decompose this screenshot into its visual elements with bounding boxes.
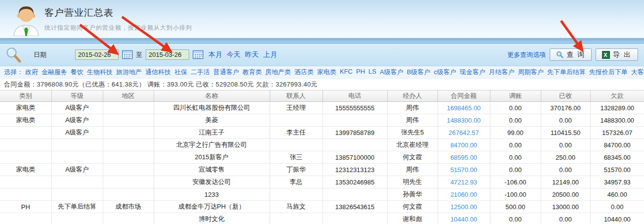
- date-to-input[interactable]: [146, 49, 189, 60]
- date-from-calendar-icon[interactable]: [122, 50, 133, 59]
- cell-adjustment: 0.00: [490, 151, 541, 164]
- category-link[interactable]: B级客户: [407, 68, 431, 77]
- cell-contract-amount[interactable]: 10440.00: [438, 213, 490, 224]
- column-header[interactable]: 经办人: [387, 90, 438, 102]
- cell-contract-amount[interactable]: 51570.00: [438, 164, 490, 176]
- column-header[interactable]: 类别: [0, 90, 51, 102]
- cell-contract-amount[interactable]: 12500.00: [438, 201, 490, 213]
- quick-date-link[interactable]: 今天: [227, 50, 241, 59]
- category-link[interactable]: 社保: [174, 68, 187, 77]
- cell-contract-amount[interactable]: 1488300.00: [438, 114, 490, 127]
- cell-phone: [322, 188, 387, 201]
- category-link[interactable]: LS: [368, 68, 376, 77]
- cell-contract-amount[interactable]: 84700.00: [438, 139, 490, 151]
- cell-contract-amount[interactable]: 1698465.00: [438, 102, 490, 114]
- table-row[interactable]: 家电类 A级客户 美菱 周伟 1488300.00 0.00 0.00 1488…: [0, 114, 644, 127]
- table-row[interactable]: 家电类 A级客户 四川长虹电器股份有限公司 王经理 15555555555 周伟…: [0, 102, 644, 114]
- category-link[interactable]: 金融服务: [41, 68, 67, 77]
- cell-received: 0.00: [541, 164, 590, 176]
- table-row[interactable]: 2015新客户 张三 13857100000 何文霞 68595.00 0.00…: [0, 151, 644, 164]
- column-header[interactable]: 电话: [322, 90, 387, 102]
- table-row[interactable]: 北京宇之行广告有限公司 北京崔经理 84700.00 0.00 0.00 847…: [0, 139, 644, 151]
- table-row[interactable]: A级客户 江南王子 李主任 13997858789 张先生5 267642.57…: [0, 127, 644, 139]
- cell-handler: 周伟: [387, 114, 438, 127]
- category-link[interactable]: c级客户: [434, 68, 456, 77]
- more-query-options-link[interactable]: 更多查询选项: [507, 50, 546, 59]
- category-link[interactable]: 餐饮: [71, 68, 83, 77]
- cell-adjustment: 0.00: [490, 164, 541, 176]
- cell-region: [103, 188, 154, 201]
- cell-region: [103, 176, 154, 188]
- category-link[interactable]: 月结客户: [489, 68, 515, 77]
- cell-received: 370176.00: [541, 102, 590, 114]
- cell-category: [0, 127, 51, 139]
- category-link[interactable]: A级客户: [380, 68, 403, 77]
- cell-adjustment: -100.00: [490, 188, 541, 201]
- table-row[interactable]: 家电类 A级客户 宣城零售 丁振华 12312313123 周伟 51570.0…: [0, 164, 644, 176]
- cell-handler: 周伟: [387, 102, 438, 114]
- quick-date-link[interactable]: 本月: [208, 50, 222, 59]
- cell-region: 成都市场: [103, 201, 154, 213]
- cell-level: [51, 176, 103, 188]
- category-links: 政府金融服务餐饮生物科技旅游地产通信科技社保二手活普通客户教育类房地产类酒店类家…: [25, 68, 644, 77]
- cell-contract-amount[interactable]: 21060.00: [438, 188, 490, 201]
- cell-adjustment: 0.00: [490, 102, 541, 114]
- cell-region: [103, 102, 154, 114]
- cell-contact: 王经理: [270, 102, 322, 114]
- category-link[interactable]: 普通客户: [213, 68, 239, 77]
- quick-date-links: 本月今天昨天上月: [208, 50, 277, 59]
- category-link[interactable]: 教育类: [242, 68, 262, 77]
- table-row[interactable]: 博时文化 谢和彪 10440.00 0.00 0.00 10440.00: [0, 213, 644, 224]
- category-link[interactable]: 酒店类: [294, 68, 314, 77]
- category-link[interactable]: 生物科技: [87, 68, 113, 77]
- date-from-input[interactable]: [75, 49, 119, 60]
- column-header[interactable]: 名称: [154, 90, 270, 102]
- cell-contract-amount[interactable]: 68595.00: [438, 151, 490, 164]
- toolbar-right-group: 更多查询选项 查 询 X 导 出: [507, 48, 638, 61]
- column-header[interactable]: 合同金额: [438, 90, 490, 102]
- page-header: 客户营业汇总表 统计指定期间客户的营业额，按营业额从大到小排列: [0, 0, 644, 37]
- category-link[interactable]: KFC: [340, 68, 353, 77]
- category-filter-row: 选择： 政府金融服务餐饮生物科技旅游地产通信科技社保二手活普通客户教育类房地产类…: [0, 66, 644, 79]
- category-link[interactable]: 政府: [25, 68, 38, 77]
- category-link[interactable]: 家电类: [317, 68, 336, 77]
- date-to-calendar-icon[interactable]: [193, 50, 203, 59]
- column-header[interactable]: 联系人: [270, 90, 322, 102]
- category-link[interactable]: 二手活: [191, 68, 210, 77]
- category-link[interactable]: 大客户（关系）: [631, 68, 644, 77]
- cell-contact: [270, 213, 322, 224]
- cell-contract-amount[interactable]: 267642.57: [438, 127, 490, 139]
- cell-adjustment: 0.00: [490, 213, 541, 224]
- column-header[interactable]: 地区: [103, 90, 154, 102]
- cell-customer-name: 1233: [154, 188, 270, 201]
- export-button[interactable]: X 导 出: [596, 48, 638, 61]
- category-link[interactable]: 现金客户: [460, 68, 485, 77]
- quick-date-link[interactable]: 昨天: [245, 50, 259, 59]
- cell-handler: 孙善华: [387, 188, 438, 201]
- cell-received: 12149.00: [541, 176, 590, 188]
- category-link[interactable]: 通信科技: [145, 68, 171, 77]
- table-row[interactable]: PH 先下单后结算 成都市场 成都金牛万达PH（新） 马旌文 138265436…: [0, 201, 644, 213]
- cell-category: PH: [0, 201, 51, 213]
- category-link[interactable]: PH: [356, 68, 365, 77]
- category-link[interactable]: 先下单后结算: [547, 68, 586, 77]
- cell-phone: 13530246985: [322, 176, 387, 188]
- totals-text: 合同金额：3796808.90元（已优惠：641.38元） 调账：393.00元…: [4, 80, 318, 89]
- category-link[interactable]: 先报价后下单: [589, 68, 628, 77]
- cell-contact: 丁振华: [270, 164, 322, 176]
- table-row[interactable]: 1233 孙善华 21060.00 -100.00 20500.00 460.0…: [0, 188, 644, 201]
- query-button[interactable]: 查 询: [550, 48, 592, 61]
- cell-contract-amount[interactable]: 47212.93: [438, 176, 490, 188]
- quick-date-link[interactable]: 上月: [263, 50, 277, 59]
- category-link[interactable]: 周期客户: [518, 68, 544, 77]
- table-row[interactable]: 安徽发达公司 李总 13530246985 明先生 47212.93 -106.…: [0, 176, 644, 188]
- column-header[interactable]: 欠款: [590, 90, 644, 102]
- cell-owed: 0.00: [590, 201, 644, 213]
- category-link[interactable]: 旅游地产: [116, 68, 142, 77]
- column-header[interactable]: 已收: [541, 90, 590, 102]
- category-link[interactable]: 房地产类: [265, 68, 291, 77]
- cell-owed: 68345.00: [590, 151, 644, 164]
- page-subtitle: 统计指定期间客户的营业额，按营业额从大到小排列: [44, 24, 192, 32]
- column-header[interactable]: 等级: [51, 90, 103, 102]
- column-header[interactable]: 调账: [490, 90, 541, 102]
